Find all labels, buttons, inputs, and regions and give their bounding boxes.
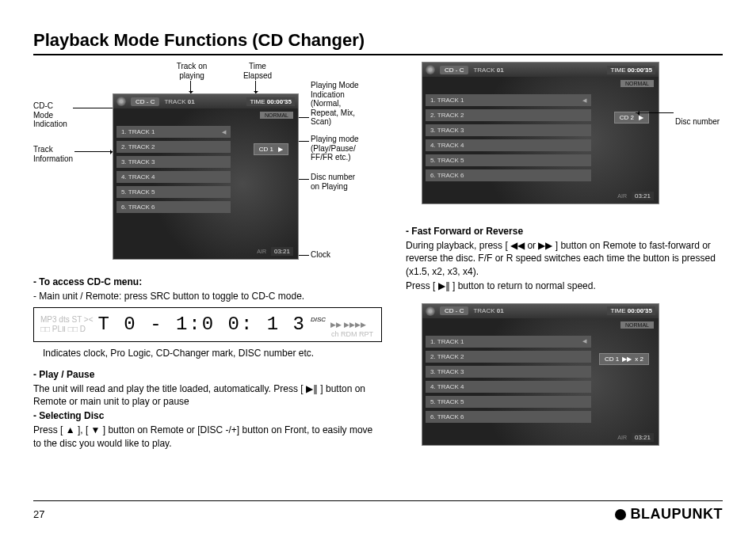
- screenshot-3: CD - C TRACK 01 TIME 00:00'35 NORMAL CD …: [422, 303, 659, 446]
- track-list: 1. TRACK 1◀ 2. TRACK 2 3. TRACK 3 4. TRA…: [426, 94, 591, 184]
- lcd-digits: T 0 - 1:0 0: 1 3: [98, 312, 306, 337]
- track-row: 1. TRACK 1◀: [426, 94, 591, 106]
- track-row: 5. TRACK 5: [116, 186, 231, 198]
- track-row: 4. TRACK 4: [426, 381, 591, 393]
- cd-icon: [426, 306, 435, 316]
- label-track-info: Track Information: [33, 145, 77, 163]
- lcd-right-icons: ▶▶ ▶▶▶▶: [330, 320, 366, 329]
- disc-indicator: CD 2▶: [614, 112, 649, 124]
- air-label: AIR: [617, 193, 627, 199]
- diagram-right-bottom: CD - C TRACK 01 TIME 00:00'35 NORMAL CD …: [406, 303, 723, 446]
- page-title: Playback Mode Functions (CD Changer): [33, 30, 723, 55]
- playmode-badge: NORMAL: [260, 112, 293, 119]
- clock-display: 03:21: [632, 192, 654, 200]
- diagram-left: CD-C Mode Indication Track Information T…: [33, 62, 382, 268]
- cd-icon: [116, 97, 126, 106]
- track-row: 6. TRACK 6: [426, 411, 591, 423]
- arrow-line: [636, 112, 674, 113]
- disc-indicator: CD 1 ▶▶ x 2: [599, 353, 649, 365]
- heading-ff: - Fast Forward or Reverse: [406, 225, 723, 238]
- label-clock: Clock: [311, 250, 330, 260]
- time-display: TIME 00:00'35: [246, 97, 295, 106]
- playmode-badge: NORMAL: [620, 80, 654, 87]
- arrow-line: [74, 151, 114, 152]
- track-list: 1. TRACK 1◀ 2. TRACK 2 3. TRACK 3 4. TRA…: [426, 336, 591, 426]
- screen-header: CD - C TRACK 01 TIME 00:00'35: [422, 63, 659, 77]
- ff-icon: ▶▶: [622, 356, 632, 363]
- heading-select: - Selecting Disc: [33, 409, 382, 422]
- track-row: 2. TRACK 2: [116, 141, 231, 153]
- playmode-badge: NORMAL: [620, 321, 654, 329]
- play-icon: ▶: [278, 146, 283, 153]
- time-display: TIME 00:00'35: [607, 66, 655, 74]
- lcd-caption: Indicates clock, Pro Logic, CD-Changer m…: [33, 347, 382, 359]
- body-select: Press [ ▲ ], [ ▼ ] button on Remote or […: [33, 424, 382, 449]
- cd-icon: [426, 65, 435, 74]
- lcd-panel: MP3 dts ST >< □□ PLⅡ □□ D T 0 - 1:0 0: 1…: [33, 307, 382, 342]
- label-disc-playing: Disc number on Playing: [311, 173, 370, 191]
- lcd-footer-labels: ch RDM RPT: [331, 329, 373, 339]
- track-row: 4. TRACK 4: [116, 171, 231, 183]
- ff-speed: x 2: [635, 356, 643, 363]
- track-row: 1. TRACK 1◀: [116, 126, 231, 138]
- track-row: 3. TRACK 3: [116, 156, 231, 168]
- time-display: TIME 00:00'35: [607, 306, 655, 315]
- label-cdc-mode: CD-C Mode Indication: [33, 101, 73, 129]
- track-row: 5. TRACK 5: [426, 154, 591, 166]
- track-label: TRACK 01: [473, 67, 503, 74]
- lcd-disc-label: DISC: [311, 316, 326, 325]
- body-play: The unit will read and play the title lo…: [33, 382, 382, 408]
- label-playing-mode: Playing Mode Indication (Normal, Repeat,…: [311, 81, 378, 127]
- label-play-state: Playing mode (Play/Pause/ FF/FR etc.): [311, 135, 374, 162]
- diagram-right-top: CD - C TRACK 01 TIME 00:00'35 NORMAL CD …: [406, 62, 723, 220]
- body-ff-2: Press [ ▶‖ ] button to return to normal …: [406, 280, 723, 292]
- page-number: 27: [33, 508, 44, 520]
- track-row: 6. TRACK 6: [116, 201, 231, 213]
- brand-dot-icon: [615, 509, 626, 520]
- mode-indicator: CD - C: [131, 97, 159, 106]
- track-label: TRACK 01: [164, 98, 194, 105]
- mode-indicator: CD - C: [440, 66, 468, 74]
- track-row: 2. TRACK 2: [426, 109, 591, 121]
- disc-indicator: CD 1▶: [254, 143, 288, 155]
- label-time-elapsed: Time Elapsed: [238, 62, 277, 80]
- screen-header: CD - C TRACK 01 TIME 00:00'35: [422, 304, 659, 318]
- screenshot-2: CD - C TRACK 01 TIME 00:00'35 NORMAL CD …: [422, 62, 659, 204]
- body-ff-1: During playback, press [ ◀◀ or ▶▶ ] butt…: [406, 239, 723, 278]
- track-row: 5. TRACK 5: [426, 396, 591, 408]
- track-row: 4. TRACK 4: [426, 139, 591, 151]
- clock-display: 03:21: [632, 433, 654, 442]
- track-row: 3. TRACK 3: [426, 366, 591, 378]
- heading-play: - Play / Pause: [33, 368, 382, 381]
- mode-indicator: CD - C: [440, 306, 468, 315]
- track-row: 3. TRACK 3: [426, 124, 591, 136]
- page-footer: 27 BLAUPUNKT: [33, 500, 723, 523]
- track-row: 6. TRACK 6: [426, 169, 591, 181]
- air-label: AIR: [257, 249, 266, 254]
- air-label: AIR: [617, 435, 627, 440]
- track-label: TRACK 01: [473, 307, 503, 314]
- brand-logo: BLAUPUNKT: [615, 506, 724, 523]
- body-access: - Main unit / Remote: press SRC button t…: [33, 290, 382, 302]
- track-row: 2. TRACK 2: [426, 351, 591, 363]
- label-disc-number: Disc number: [675, 117, 720, 127]
- heading-access: - To access CD-C menu:: [33, 276, 382, 288]
- track-row: 1. TRACK 1◀: [426, 336, 591, 348]
- lcd-left-icons: MP3 dts ST >< □□ PLⅡ □□ D: [40, 316, 94, 333]
- label-track-playing: Track on playing: [172, 62, 212, 80]
- arrow-line: [73, 108, 116, 108]
- screen-header: CD - C TRACK 01 TIME 00:00'35: [113, 94, 298, 108]
- screenshot-1: CD - C TRACK 01 TIME 00:00'35 NORMAL CD …: [113, 93, 299, 260]
- track-list: 1. TRACK 1◀ 2. TRACK 2 3. TRACK 3 4. TRA…: [116, 126, 231, 216]
- clock-display: 03:21: [271, 247, 293, 256]
